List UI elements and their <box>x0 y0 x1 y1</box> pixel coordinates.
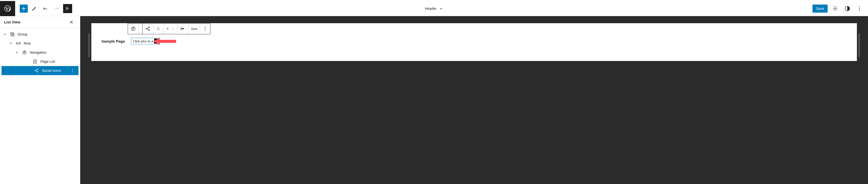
svg-rect-6 <box>10 33 13 35</box>
page-list-icon <box>33 59 38 64</box>
tree-row-social-icons[interactable]: Social Icons <box>1 66 79 75</box>
tree-label: Social Icons <box>42 69 61 73</box>
wordpress-icon <box>4 5 11 12</box>
navigation-icon <box>130 26 136 32</box>
svg-point-23 <box>159 27 159 28</box>
svg-point-20 <box>149 27 150 28</box>
chevron-down-icon <box>439 6 443 10</box>
svg-point-25 <box>159 29 159 29</box>
plus-icon <box>155 39 158 43</box>
list-view-header: List View <box>0 16 80 28</box>
block-tree: Group Row Navigation Page List Social Ic… <box>0 28 80 77</box>
close-list-view-button[interactable] <box>67 17 76 27</box>
size-button[interactable]: Size <box>188 24 200 34</box>
chevron-left-icon <box>166 27 170 31</box>
justify-left-icon <box>180 26 186 32</box>
block-toolbar: Size <box>128 23 211 34</box>
tree-row-group[interactable]: Group <box>0 30 80 39</box>
document-title-label: Header <box>425 6 436 10</box>
svg-point-30 <box>205 29 206 29</box>
navigation-icon <box>22 50 27 55</box>
wp-logo[interactable] <box>0 1 15 16</box>
row-icon <box>16 41 21 46</box>
resize-handle-right[interactable] <box>859 33 860 58</box>
tree-label: Page List <box>40 60 55 64</box>
svg-point-17 <box>72 72 73 72</box>
list-view-panel: List View Group Row Navigation Page List <box>0 16 80 184</box>
add-social-icon-button[interactable] <box>154 39 159 44</box>
svg-point-3 <box>859 6 860 7</box>
save-button-label: Save <box>816 6 824 10</box>
more-options-button[interactable] <box>855 4 864 13</box>
list-view-toggle-button[interactable] <box>63 4 72 13</box>
settings-button[interactable] <box>831 4 840 13</box>
size-label: Size <box>191 27 197 31</box>
list-view-icon <box>65 6 70 11</box>
tree-row-options-button[interactable] <box>69 68 75 74</box>
svg-point-27 <box>159 30 159 30</box>
redo-icon <box>54 6 59 11</box>
tree-label: Navigation <box>30 50 46 54</box>
pencil-icon <box>32 6 37 11</box>
canvas-wrapper: Size Sample Page Click plus to a <box>91 23 857 61</box>
svg-point-16 <box>72 70 73 71</box>
svg-rect-7 <box>11 34 14 36</box>
social-icons-placeholder[interactable]: Click plus to a <box>131 38 160 44</box>
group-icon <box>10 32 15 37</box>
document-title-button[interactable]: Header <box>425 6 443 10</box>
redo-button[interactable] <box>52 4 61 13</box>
svg-rect-28 <box>182 28 184 29</box>
tree-row-row[interactable]: Row <box>0 39 80 48</box>
half-circle-icon <box>844 5 850 11</box>
add-block-button[interactable] <box>20 4 28 12</box>
drag-handle[interactable] <box>153 24 163 34</box>
top-right-cluster: Save <box>812 4 868 13</box>
top-tool-cluster <box>20 4 72 13</box>
move-left-button[interactable] <box>163 24 178 34</box>
chevron-right-icon <box>171 27 175 31</box>
svg-point-13 <box>37 69 38 70</box>
undo-icon <box>43 6 48 11</box>
svg-point-15 <box>72 69 73 70</box>
kebab-icon <box>70 68 75 73</box>
block-more-options-button[interactable] <box>200 24 210 34</box>
svg-rect-8 <box>17 43 18 44</box>
tree-label: Row <box>24 41 31 45</box>
resize-handle-left[interactable] <box>88 33 90 58</box>
svg-point-24 <box>157 29 158 29</box>
svg-point-29 <box>205 27 206 28</box>
svg-point-4 <box>859 8 860 9</box>
block-type-button[interactable] <box>142 24 153 34</box>
justify-button[interactable] <box>178 24 188 34</box>
svg-rect-9 <box>19 43 21 44</box>
styles-button[interactable] <box>843 4 852 13</box>
svg-point-12 <box>35 70 36 71</box>
svg-point-19 <box>146 28 147 29</box>
share-icon <box>34 68 39 73</box>
kebab-icon <box>857 5 863 11</box>
svg-point-22 <box>157 27 158 28</box>
edit-tool-button[interactable] <box>30 4 39 13</box>
tree-label: Group <box>18 32 28 36</box>
svg-point-26 <box>157 30 158 30</box>
social-placeholder-text: Click plus to a <box>133 39 153 43</box>
tree-row-navigation[interactable]: Navigation <box>0 48 80 57</box>
svg-point-31 <box>205 30 206 31</box>
close-icon <box>69 20 74 25</box>
top-toolbar: Header Save <box>0 1 868 16</box>
list-view-title: List View <box>4 20 21 24</box>
svg-point-1 <box>834 8 836 9</box>
page-canvas[interactable]: Size Sample Page Click plus to a <box>91 23 857 61</box>
kebab-icon <box>203 26 208 31</box>
svg-point-21 <box>149 30 150 31</box>
sample-page-link[interactable]: Sample Page <box>101 39 125 43</box>
undo-button[interactable] <box>41 4 50 13</box>
svg-point-5 <box>859 10 860 10</box>
gear-icon <box>832 5 838 11</box>
save-button[interactable]: Save <box>812 4 828 12</box>
svg-point-14 <box>37 71 38 72</box>
block-parent-button[interactable] <box>128 24 139 34</box>
chevron-down-icon <box>3 33 6 36</box>
chevron-down-icon <box>15 51 19 54</box>
tree-row-page-list[interactable]: Page List <box>0 57 80 66</box>
